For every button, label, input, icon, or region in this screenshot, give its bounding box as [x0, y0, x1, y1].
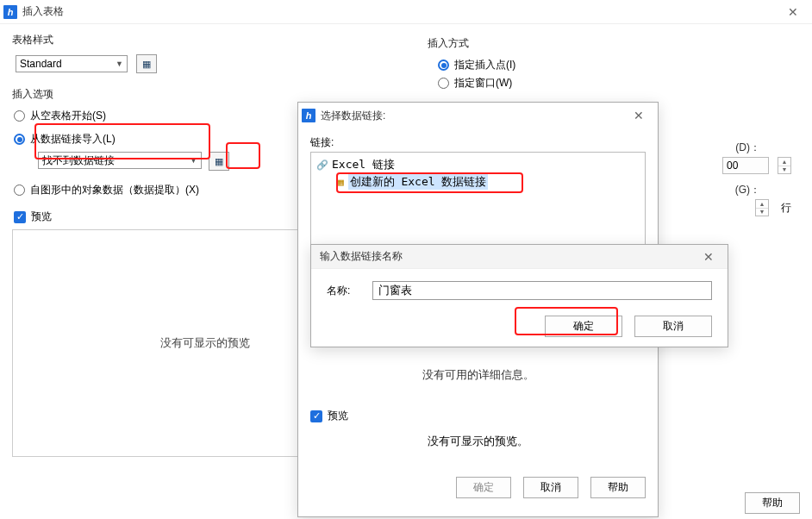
unit-row-text: 行 [781, 201, 791, 216]
opt-window-label: 指定窗口(W) [454, 76, 512, 91]
datalink-launch-button[interactable]: ▦ [209, 152, 229, 171]
checkbox-checked-icon: ✓ [14, 211, 26, 223]
dlg2-footer: 确定 取消 帮助 [298, 477, 658, 507]
radio-icon [438, 78, 449, 89]
link-label: 链接: [310, 135, 646, 150]
spinner-up-icon[interactable]: ▲ [756, 200, 768, 209]
radio-checked-icon [438, 59, 449, 71]
dlg2-title: 选择数据链接: [321, 109, 623, 123]
tree-item-label: 创建新的 Excel 数据链接 [348, 174, 489, 190]
tree-root-excel[interactable]: 🔗 Excel 链接 [316, 156, 640, 173]
enter-link-name-dialog: 输入数据链接名称 ✕ 名称: 确定 取消 [310, 244, 728, 347]
checkbox-checked-icon: ✓ [310, 410, 322, 422]
app-logo-icon: h [302, 109, 315, 122]
dlg2-ok-button[interactable]: 确定 [456, 477, 511, 498]
table-style-heading: 表格样式 [12, 33, 400, 47]
close-icon[interactable]: ✕ [693, 245, 724, 269]
datalink-select[interactable]: 找不到数据链接 ▼ [38, 152, 202, 169]
param-d-spinner[interactable]: ▲ ▼ [778, 157, 791, 174]
name-input-wrapper [372, 281, 712, 300]
radio-checked-icon [14, 134, 25, 145]
sheet-new-icon: ▦ [337, 177, 345, 188]
app-logo-icon: h [3, 5, 17, 19]
dlg3-body: 名称: [311, 269, 728, 312]
dlg2-preview-toggle[interactable]: ✓ 预览 [310, 409, 644, 423]
excel-link-icon: 🔗 [316, 159, 328, 171]
tree-root-label: Excel 链接 [332, 157, 395, 172]
spinner-up-icon[interactable]: ▲ [778, 158, 790, 166]
datalink-tree[interactable]: 🔗 Excel 链接 ▦ 创建新的 Excel 数据链接 [310, 152, 646, 247]
table-icon: ▦ [215, 156, 223, 167]
dlg3-ok-button[interactable]: 确定 [545, 316, 622, 337]
param-g-label: (G)： [735, 183, 760, 197]
dlg1-title: 插入表格 [22, 4, 778, 19]
dlg2-preview-empty: 没有可显示的预览。 [310, 434, 646, 449]
insert-options-heading: 插入选项 [12, 87, 400, 102]
dlg1-footer: 帮助 [745, 492, 800, 514]
dlg3-cancel-button[interactable]: 取消 [634, 316, 712, 337]
dlg2-cancel-button[interactable]: 取消 [523, 477, 578, 498]
grid-icon: ▦ [142, 59, 151, 70]
chevron-down-icon: ▼ [190, 156, 197, 165]
table-style-select[interactable]: Standard ▼ [16, 55, 128, 72]
no-details-text: 没有可用的详细信息。 [310, 367, 646, 383]
spinner-down-icon[interactable]: ▼ [756, 209, 768, 216]
dlg1-titlebar: h 插入表格 ✕ [0, 0, 812, 24]
link-name-input[interactable] [373, 282, 711, 299]
preview-label: 预览 [31, 209, 52, 224]
spinner-down-icon[interactable]: ▼ [778, 166, 790, 174]
param-g-spinner[interactable]: ▲ ▼ [755, 199, 769, 216]
opt-insert-window[interactable]: 指定窗口(W) [438, 76, 798, 91]
table-style-preview-button[interactable]: ▦ [136, 54, 157, 73]
tree-create-new-excel-link[interactable]: ▦ 创建新的 Excel 数据链接 [316, 173, 640, 191]
chevron-down-icon: ▼ [116, 59, 123, 68]
dlg2-preview-label: 预览 [328, 409, 348, 423]
opt-link-label: 从数据链接导入(L) [30, 132, 116, 147]
opt-insert-point[interactable]: 指定插入点(I) [438, 58, 798, 72]
insert-method-heading: 插入方式 [428, 36, 800, 51]
name-label: 名称: [327, 284, 350, 298]
dlg2-help-button[interactable]: 帮助 [590, 477, 646, 498]
radio-icon [14, 184, 25, 196]
close-icon[interactable]: ✕ [623, 103, 654, 128]
close-icon[interactable]: ✕ [778, 0, 809, 24]
opt-point-label: 指定插入点(I) [454, 58, 515, 72]
dlg3-title: 输入数据链接名称 [315, 249, 693, 264]
datalink-value: 找不到数据链接 [42, 153, 115, 168]
preview-empty-text: 没有可显示的预览 [160, 335, 250, 351]
dlg2-titlebar: h 选择数据链接: ✕ [298, 103, 658, 127]
param-d-label: (D)： [735, 141, 760, 155]
table-style-value: Standard [20, 58, 62, 70]
opt-extract-label: 自图形中的对象数据（数据提取）(X) [30, 183, 199, 197]
param-d-input[interactable] [722, 157, 769, 174]
opt-empty-label: 从空表格开始(S) [30, 109, 106, 123]
dlg3-titlebar: 输入数据链接名称 ✕ [311, 245, 728, 269]
help-button[interactable]: 帮助 [745, 492, 800, 514]
radio-icon [14, 110, 25, 122]
dlg3-footer: 确定 取消 [311, 312, 728, 346]
